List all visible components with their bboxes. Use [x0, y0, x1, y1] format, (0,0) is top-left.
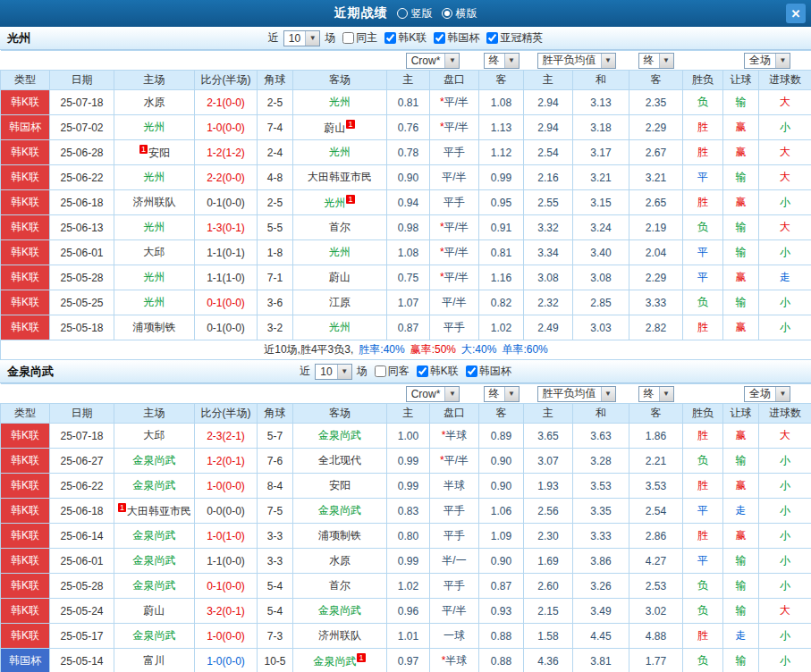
europe-draw-odds: 2.85 — [573, 290, 629, 315]
final-asian-select[interactable]: 终▼ — [484, 386, 520, 402]
checkbox-input[interactable] — [342, 32, 354, 44]
column-header: 盘口 — [430, 404, 479, 424]
column-header: 主 — [387, 71, 430, 90]
league-badge: 韩K联 — [1, 549, 50, 574]
asian-home-odds: 1.08 — [387, 240, 430, 265]
layout-radio-vertical[interactable]: 竖版 — [397, 6, 433, 21]
result-cell: 赢 — [723, 140, 759, 165]
corners: 5-4 — [258, 599, 293, 624]
checkbox-input[interactable] — [434, 32, 445, 44]
average-odds-select[interactable]: 胜平负均值▼ — [537, 53, 616, 69]
corners: 2-4 — [258, 140, 293, 165]
corners: 3-2 — [258, 315, 293, 340]
score: 1-1(0-1) — [195, 240, 258, 265]
match-date: 25-06-01 — [50, 549, 114, 574]
checkbox-input[interactable] — [466, 365, 477, 377]
recent-count-select[interactable]: 10▼ — [315, 364, 351, 380]
filter-checkbox-1[interactable]: 韩K联 — [411, 364, 459, 379]
europe-draw-odds: 3.49 — [573, 599, 629, 624]
match-row: 韩K联25-07-18水原2-1(0-0)2-5光州0.81*平/半1.082.… — [1, 90, 811, 115]
match-date: 25-05-17 — [50, 624, 114, 649]
result-cell: 胜 — [683, 315, 723, 340]
result-cell: 输 — [723, 574, 759, 599]
filter-checkbox-3[interactable]: 亚冠精英 — [481, 30, 543, 46]
filter-checkbox-2[interactable]: 韩国杯 — [428, 30, 479, 46]
radio-horizontal-label: 横版 — [456, 6, 477, 21]
checkbox-label: 韩K联 — [430, 364, 459, 379]
result-cell: 赢 — [723, 115, 759, 140]
checkbox-input[interactable] — [384, 32, 396, 44]
scope-select[interactable]: 全场▼ — [744, 53, 790, 69]
corners: 7-4 — [258, 115, 293, 140]
corners: 7-6 — [258, 449, 293, 474]
home-team: 金泉尚武 — [114, 449, 195, 474]
checkbox-label: 同主 — [356, 30, 377, 46]
europe-home-odds: 2.49 — [524, 315, 573, 340]
asian-handicap: 半球 — [430, 474, 479, 499]
asian-away-odds: 0.88 — [479, 649, 524, 672]
column-header: 角球 — [258, 71, 293, 90]
checkbox-input[interactable] — [486, 32, 498, 44]
corners: 3-3 — [258, 524, 293, 549]
result-cell: 输 — [723, 449, 759, 474]
close-button[interactable]: ✕ — [786, 4, 806, 23]
radio-icon[interactable] — [442, 8, 452, 19]
result-cell: 走 — [723, 499, 759, 524]
home-team: 1安阳 — [114, 140, 195, 165]
chevron-down-icon: ▼ — [659, 54, 673, 68]
final-europe-select[interactable]: 终▼ — [638, 53, 674, 69]
europe-draw-odds: 3.86 — [573, 549, 629, 574]
filter-checkbox-2[interactable]: 韩国杯 — [460, 364, 511, 379]
away-team: 光州 — [293, 90, 387, 115]
result-cell: 小 — [759, 574, 811, 599]
checkbox-input[interactable] — [375, 365, 386, 377]
filter-checkbox-0[interactable]: 同主 — [337, 30, 377, 46]
result-cell: 输 — [723, 215, 759, 240]
red-card-badge: 1 — [118, 503, 126, 512]
asian-home-odds: 0.81 — [387, 90, 430, 115]
checkbox-input[interactable] — [417, 365, 428, 377]
league-badge: 韩K联 — [1, 424, 50, 449]
corners: 4-8 — [258, 165, 293, 190]
league-badge: 韩国杯 — [1, 115, 50, 140]
chevron-down-icon: ▼ — [659, 387, 673, 401]
column-header: 和 — [573, 404, 629, 424]
asian-handicap: *半球 — [430, 424, 479, 449]
average-odds-select[interactable]: 胜平负均值▼ — [537, 386, 616, 402]
europe-home-odds: 1.69 — [524, 549, 573, 574]
scope-select[interactable]: 全场▼ — [744, 386, 790, 402]
match-date: 25-05-18 — [50, 315, 114, 340]
match-row: 韩K联25-05-17金泉尚武1-0(0-0)7-3济州联队1.01一球0.88… — [1, 624, 811, 649]
league-badge: 韩K联 — [1, 449, 50, 474]
result-cell: 赢 — [723, 190, 759, 215]
score: 1-1(1-0) — [195, 265, 258, 290]
radio-icon[interactable] — [397, 8, 408, 19]
final-europe-select[interactable]: 终▼ — [638, 386, 674, 402]
score: 1-3(0-1) — [195, 215, 258, 240]
league-badge: 韩K联 — [1, 165, 50, 190]
corners: 7-1 — [258, 265, 293, 290]
recent-count-select[interactable]: 10▼ — [283, 30, 320, 46]
layout-radio-horizontal[interactable]: 横版 — [442, 6, 477, 21]
filter-checkbox-0[interactable]: 同客 — [369, 364, 410, 379]
asian-home-odds: 0.75 — [387, 265, 430, 290]
final-asian-select[interactable]: 终▼ — [484, 53, 520, 69]
europe-draw-odds: 3.63 — [573, 424, 629, 449]
modal-titlebar: 近期战绩 竖版 横版 ✕ — [0, 0, 811, 27]
home-team: 金泉尚武 — [114, 549, 195, 574]
result-cell: 平 — [683, 265, 723, 290]
column-header: 主 — [387, 404, 430, 424]
corners: 3-6 — [258, 290, 293, 315]
filter-checkbox-1[interactable]: 韩K联 — [379, 30, 427, 46]
league-badge: 韩K联 — [1, 140, 50, 165]
chevron-down-icon: ▼ — [775, 54, 790, 68]
asian-home-odds: 1.07 — [387, 290, 430, 315]
column-header: 角球 — [258, 404, 293, 424]
result-cell: 小 — [759, 315, 811, 340]
corners: 1-8 — [258, 240, 293, 265]
bookmaker-select[interactable]: Crow*▼ — [406, 53, 460, 69]
odds-controls-row: Crow*▼终▼胜平负均值▼终▼全场▼ — [1, 51, 811, 71]
match-row: 韩K联25-06-27金泉尚武1-2(0-1)7-6全北现代0.99*平/半0.… — [1, 449, 811, 474]
bookmaker-select[interactable]: Crow*▼ — [406, 386, 460, 402]
home-team: 大邱 — [114, 424, 195, 449]
